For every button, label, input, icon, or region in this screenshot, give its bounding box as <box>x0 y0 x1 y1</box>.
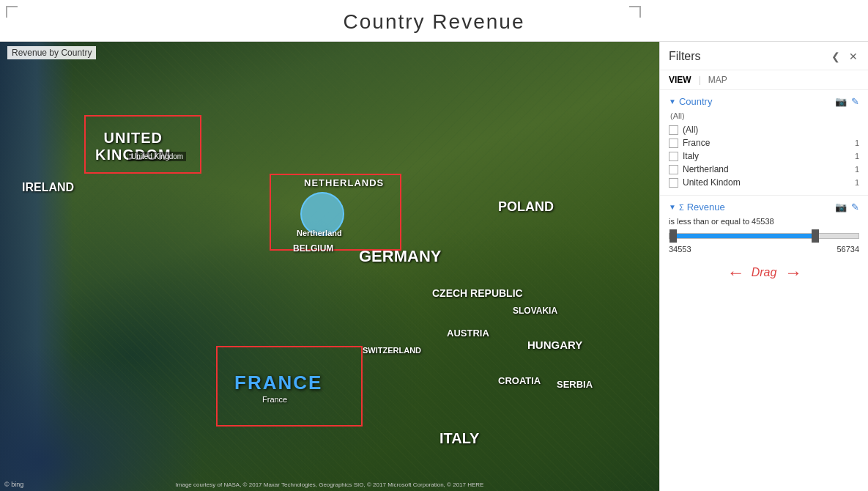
filter-item-label-4: United Kindom <box>683 177 741 188</box>
netherlands-top-label: NETHERLANDS <box>304 177 384 188</box>
filter-checkbox-0[interactable] <box>669 125 678 135</box>
filter-checkbox-3[interactable] <box>669 165 678 174</box>
drag-hint: ← Drag → <box>669 262 859 283</box>
filter-item-left-2: Italy <box>669 151 699 161</box>
filter-item-label-2: Italy <box>683 151 699 161</box>
ireland-label: IRELAND <box>22 181 74 194</box>
tab-map[interactable]: MAP <box>708 75 727 85</box>
germany-label: GERMANY <box>359 247 441 266</box>
country-filter-items: (All) France 1 Italy 1 Nertherland 1 Uni… <box>669 123 859 189</box>
filter-item-left-1: France <box>669 138 710 148</box>
map-subtitle: Revenue by Country <box>7 46 96 59</box>
revenue-slider-fill <box>669 234 812 238</box>
water-bottom <box>0 344 205 491</box>
netherlands-city-label: Nertherland <box>297 229 342 237</box>
filter-item-label-0: (All) <box>683 125 698 135</box>
country-filter-export-icon[interactable]: 📷 <box>835 96 847 107</box>
revenue-slider-thumb-right[interactable] <box>812 229 819 243</box>
revenue-slider-container[interactable] <box>669 233 859 239</box>
filter-checkbox-4[interactable] <box>669 178 678 188</box>
country-filter-item: United Kindom 1 <box>669 176 859 189</box>
filter-count-2: 1 <box>855 152 859 160</box>
filters-tabs: VIEW | MAP <box>660 70 868 90</box>
switzerland-label: SWITZERLAND <box>363 346 421 355</box>
revenue-slider-track[interactable] <box>669 233 859 239</box>
belgium-label: BELGIUM <box>293 243 333 254</box>
country-filter-actions: 📷 ✎ <box>835 96 859 107</box>
austria-label: AUSTRIA <box>447 328 489 339</box>
country-filter-item: (All) <box>669 123 859 136</box>
poland-label: POLAND <box>498 199 554 215</box>
filters-header-icons: ❮ ✕ <box>830 49 859 64</box>
revenue-slider-values: 34553 56734 <box>669 245 859 254</box>
filters-panel: Filters ❮ ✕ VIEW | MAP ▼ Country 📷 ✎ <box>659 42 868 491</box>
bing-watermark: © bing <box>4 481 23 488</box>
revenue-filter-actions: 📷 ✎ <box>835 202 859 213</box>
country-filter-name: Country <box>679 96 713 107</box>
czech-label: CZECH REPUBLIC <box>432 287 523 299</box>
tab-divider: | <box>699 75 701 85</box>
country-filter-item: Nertherland 1 <box>669 163 859 176</box>
country-filter-item: France 1 <box>669 136 859 149</box>
revenue-filter-section: ▼ Σ Revenue 📷 ✎ is less than or equal to… <box>660 196 868 289</box>
revenue-expand-icon[interactable]: ▼ <box>669 203 676 211</box>
drag-arrow-left: ← <box>727 262 744 283</box>
france-big-label: FRANCE <box>234 372 322 394</box>
country-filter-section: ▼ Country 📷 ✎ (All) (All) France 1 <box>660 90 868 196</box>
revenue-min-value: 34553 <box>669 245 691 254</box>
country-expand-icon[interactable]: ▼ <box>669 97 676 106</box>
revenue-filter-title: ▼ Σ Revenue <box>669 202 725 213</box>
filter-count-1: 1 <box>855 139 859 147</box>
serbia-label: SERBIA <box>557 379 593 390</box>
country-filter-item: Italy 1 <box>669 149 859 163</box>
hungary-label: HUNGARY <box>527 339 582 351</box>
revenue-filter-edit-icon[interactable]: ✎ <box>851 202 859 213</box>
country-filter-title: ▼ Country <box>669 96 712 107</box>
croatia-label: CROATIA <box>498 375 541 386</box>
filters-header: Filters ❮ ✕ <box>660 42 868 70</box>
slovakia-label: SLOVAKIA <box>513 306 557 316</box>
revenue-condition: is less than or equal to 45538 <box>669 217 859 226</box>
corner-mark-tl <box>6 6 18 18</box>
main-area: Revenue by Country UNITEDKINGDOM United … <box>0 42 868 491</box>
revenue-max-value: 56734 <box>837 245 859 254</box>
filter-count-4: 1 <box>855 178 859 187</box>
page-title: Country Revenue <box>0 10 868 34</box>
page-header: Country Revenue <box>0 0 868 42</box>
italy-label: ITALY <box>439 430 479 447</box>
filter-item-left-4: United Kindom <box>669 177 741 188</box>
filters-close-button[interactable]: ✕ <box>847 49 859 64</box>
revenue-sigma-icon: Σ <box>679 203 684 212</box>
revenue-filter-export-icon[interactable]: 📷 <box>835 202 847 213</box>
filters-title: Filters <box>669 50 701 63</box>
revenue-filter-name: Revenue <box>687 202 725 213</box>
revenue-slider-thumb-left[interactable] <box>669 229 677 243</box>
filter-checkbox-1[interactable] <box>669 139 678 148</box>
filter-checkbox-2[interactable] <box>669 152 678 161</box>
filter-item-left-0: (All) <box>669 125 698 135</box>
drag-label: Drag <box>752 266 777 279</box>
drag-arrow-right: → <box>784 262 801 283</box>
tab-view[interactable]: VIEW <box>669 75 691 85</box>
filters-back-button[interactable]: ❮ <box>830 49 842 64</box>
revenue-filter-header: ▼ Σ Revenue 📷 ✎ <box>669 202 859 213</box>
filter-item-label-1: France <box>683 138 710 148</box>
filter-count-3: 1 <box>855 165 859 174</box>
filter-item-label-3: Nertherland <box>683 164 729 174</box>
map-copyright: Image courtesy of NASA, © 2017 Maxar Tec… <box>176 481 484 488</box>
country-filter-edit-icon[interactable]: ✎ <box>851 96 859 107</box>
corner-mark-tr <box>629 6 641 18</box>
country-filter-all-label: (All) <box>669 111 859 120</box>
map-panel: Revenue by Country UNITEDKINGDOM United … <box>0 42 659 491</box>
country-filter-header: ▼ Country 📷 ✎ <box>669 96 859 107</box>
filter-item-left-3: Nertherland <box>669 164 729 174</box>
france-city-label: France <box>262 395 287 404</box>
